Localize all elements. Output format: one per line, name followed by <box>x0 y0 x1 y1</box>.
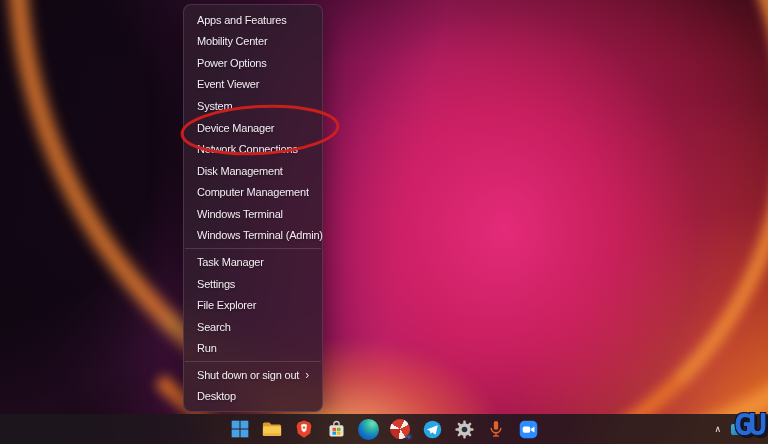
taskbar-icon-zoom[interactable] <box>516 417 540 441</box>
tray-icons: ⇣ <box>730 423 762 436</box>
menu-item-desktop[interactable]: Desktop <box>187 386 319 408</box>
menu-item-label: Mobility Center <box>197 35 267 47</box>
folder-icon <box>261 418 283 440</box>
menu-item-label: Windows Terminal (Admin) <box>197 229 323 241</box>
microsoft-store-icon <box>326 419 347 440</box>
taskbar-icon-telegram[interactable] <box>420 417 444 441</box>
gear-icon <box>454 419 475 440</box>
windows-logo-icon <box>230 419 250 439</box>
menu-item-search[interactable]: Search <box>187 316 319 338</box>
tray-app-glyph <box>731 424 742 435</box>
menu-item-label: Apps and Features <box>197 14 287 26</box>
menu-item-label: Network Connections <box>197 143 298 155</box>
media-app-badge-icon: ✳ <box>404 431 414 443</box>
menu-item-power-options[interactable]: Power Options <box>187 52 319 74</box>
menu-item-label: Task Manager <box>197 256 264 268</box>
menu-item-label: File Explorer <box>197 299 256 311</box>
menu-item-label: Computer Management <box>197 186 309 198</box>
taskbar: ✳ ∧ ⇣ <box>0 414 768 444</box>
menu-item-disk-management[interactable]: Disk Management <box>187 160 319 182</box>
menu-item-label: Disk Management <box>197 165 283 177</box>
taskbar-icon-microsoft-store[interactable] <box>324 417 348 441</box>
menu-item-label: Run <box>197 342 217 354</box>
menu-item-computer-management[interactable]: Computer Management <box>187 182 319 204</box>
menu-item-mobility-center[interactable]: Mobility Center <box>187 31 319 53</box>
video-call-icon <box>518 419 539 440</box>
taskbar-icon-start[interactable] <box>228 417 252 441</box>
menu-item-system[interactable]: System <box>187 95 319 117</box>
taskbar-icon-media-app[interactable]: ✳ <box>388 417 412 441</box>
menu-item-file-explorer[interactable]: File Explorer <box>187 294 319 316</box>
menu-item-windows-terminal-admin[interactable]: Windows Terminal (Admin) <box>187 225 319 247</box>
desktop-wallpaper <box>0 0 768 444</box>
tray-download-icon[interactable]: ⇣ <box>749 423 762 436</box>
menu-item-windows-terminal[interactable]: Windows Terminal <box>187 203 319 225</box>
menu-item-apps-and-features[interactable]: Apps and Features <box>187 9 319 31</box>
download-arrow-glyph: ⇣ <box>751 424 760 435</box>
menu-item-label: System <box>197 100 232 112</box>
menu-separator <box>185 361 321 362</box>
menu-item-run[interactable]: Run <box>187 337 319 359</box>
menu-item-settings[interactable]: Settings <box>187 273 319 295</box>
microphone-icon <box>486 418 506 440</box>
menu-separator <box>185 248 321 249</box>
telegram-icon <box>422 419 443 440</box>
winx-menu: Apps and FeaturesMobility CenterPower Op… <box>183 4 323 412</box>
brave-shield-icon <box>294 418 314 440</box>
menu-item-label: Settings <box>197 278 235 290</box>
tray-expand-chevron-icon[interactable]: ∧ <box>712 422 723 436</box>
menu-item-label: Desktop <box>197 390 236 402</box>
menu-item-label: Event Viewer <box>197 78 259 90</box>
menu-item-shut-down-or-sign-out[interactable]: Shut down or sign out› <box>187 364 319 386</box>
menu-item-label: Windows Terminal <box>197 208 283 220</box>
edge-browser-icon <box>358 419 379 440</box>
tray-app-blue-icon[interactable] <box>730 423 743 436</box>
menu-item-task-manager[interactable]: Task Manager <box>187 251 319 273</box>
taskbar-icon-voice-recorder[interactable] <box>484 417 508 441</box>
desktop-screen: Apps and FeaturesMobility CenterPower Op… <box>0 0 768 444</box>
menu-item-device-manager[interactable]: Device Manager <box>187 117 319 139</box>
menu-item-event-viewer[interactable]: Event Viewer <box>187 74 319 96</box>
menu-item-label: Search <box>197 321 231 333</box>
taskbar-icon-brave[interactable] <box>292 417 316 441</box>
taskbar-icons: ✳ <box>228 417 540 441</box>
taskbar-icon-file-explorer[interactable] <box>260 417 284 441</box>
system-tray: ∧ ⇣ <box>712 414 762 444</box>
taskbar-icon-edge[interactable] <box>356 417 380 441</box>
taskbar-icon-settings[interactable] <box>452 417 476 441</box>
menu-item-network-connections[interactable]: Network Connections <box>187 138 319 160</box>
chevron-right-icon: › <box>305 369 309 381</box>
menu-item-label: Shut down or sign out <box>197 369 299 381</box>
menu-item-label: Device Manager <box>197 122 274 134</box>
menu-item-label: Power Options <box>197 57 267 69</box>
